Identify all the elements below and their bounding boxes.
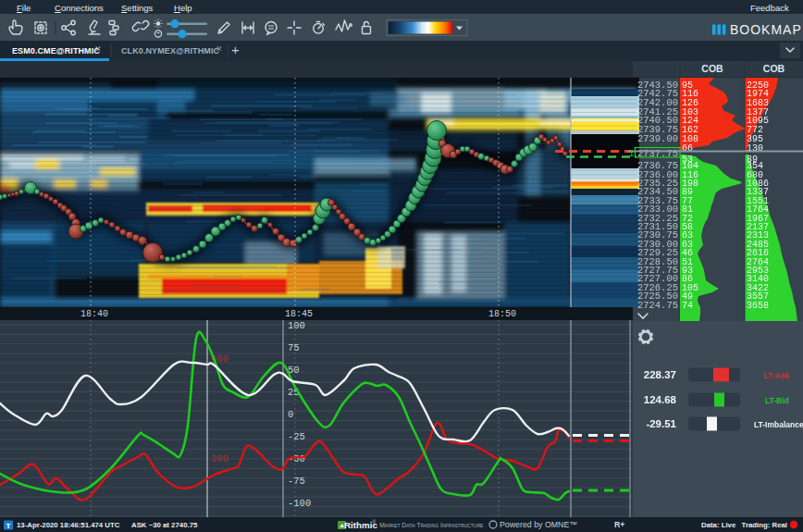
svg-text:0: 0 [288,409,293,420]
svg-text:-75: -75 [288,476,305,487]
svg-text:R+: R+ [614,520,625,529]
svg-text:3658: 3658 [747,301,769,311]
svg-text:-100: -100 [288,498,311,509]
svg-text:LT-Imbalance: LT-Imbalance [754,420,803,429]
svg-text:124.68: 124.68 [644,394,677,405]
svg-text:T: T [6,522,11,530]
svg-text:200: 200 [211,453,229,464]
svg-text:Powered by OMNE™: Powered by OMNE™ [500,520,577,529]
svg-text:LT-Ask: LT-Ask [764,371,790,380]
svg-text:2724.75: 2724.75 [637,300,678,311]
svg-text:-29.51: -29.51 [646,418,676,429]
svg-text:Trading: Real: Trading: Real [742,521,787,529]
svg-text:ASK ~30 at 2740.75: ASK ~30 at 2740.75 [131,521,198,529]
svg-text:LT-Bid: LT-Bid [765,396,789,405]
svg-text:· Market Data·Trading Infrastr: · Market Data·Trading Infrastructure [376,522,484,528]
svg-text:-25: -25 [288,431,305,442]
svg-text:2739.00: 2739.00 [637,133,678,144]
svg-text:75: 75 [288,342,300,353]
svg-text:BOOKMAP: BOOKMAP [730,22,802,37]
svg-text:Data: Live: Data: Live [701,521,736,529]
svg-text:1: 1 [628,149,634,159]
svg-text:228.37: 228.37 [644,369,676,380]
svg-text:74: 74 [682,301,693,311]
svg-text:13-Apr-2020 18:46:51.474 UTC: 13-Apr-2020 18:46:51.474 UTC [17,521,120,529]
svg-text:100: 100 [288,320,305,331]
